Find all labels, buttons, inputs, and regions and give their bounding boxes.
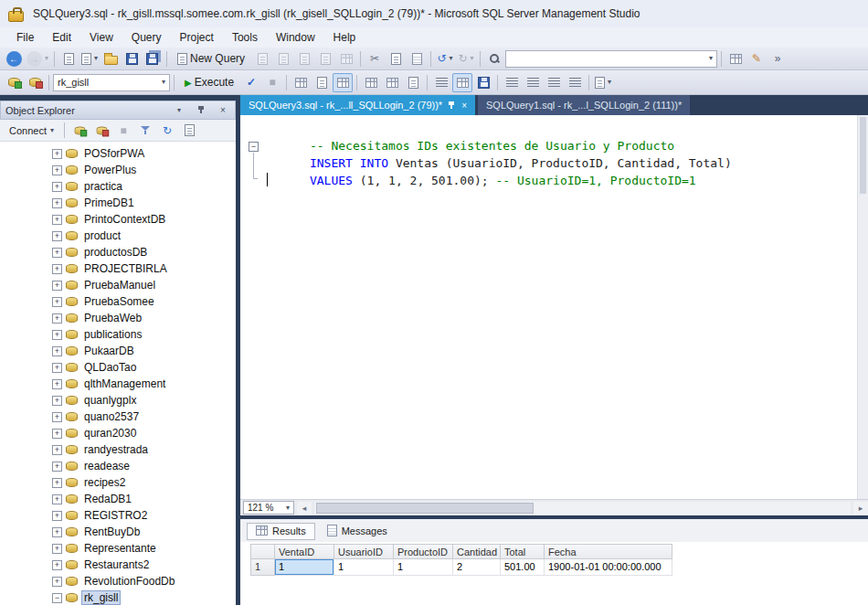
tree-item-database[interactable]: PruebaSomee — [0, 293, 236, 310]
undo-button[interactable]: ↺ ▾ — [435, 49, 455, 69]
tab-close-icon[interactable]: × — [461, 101, 467, 111]
tab-results[interactable]: Results — [247, 523, 315, 540]
oe-connect-server-button[interactable] — [69, 121, 90, 140]
tree-item-database[interactable]: publications — [0, 326, 236, 343]
expand-icon[interactable] — [52, 231, 62, 241]
expand-icon[interactable] — [52, 544, 62, 554]
expand-icon[interactable] — [52, 198, 62, 208]
paste-button[interactable] — [407, 49, 427, 69]
editor-vertical-scrollbar[interactable] — [857, 115, 868, 499]
expand-icon[interactable] — [52, 511, 62, 521]
tree-item-database[interactable]: productosDB — [0, 244, 236, 260]
expand-icon[interactable] — [52, 577, 62, 587]
menu-item-help[interactable]: Help — [324, 29, 365, 46]
save-button[interactable] — [122, 49, 142, 69]
query-options-button[interactable] — [312, 73, 332, 92]
new-query-button[interactable]: New Query — [171, 49, 251, 69]
window-position-button[interactable]: ▾ — [172, 103, 186, 117]
menu-item-file[interactable]: File — [7, 29, 43, 46]
scrollbar-thumb[interactable] — [316, 503, 534, 514]
client-statistics-button[interactable] — [403, 73, 423, 92]
tree-item-database[interactable]: readease — [0, 458, 236, 474]
grid-column-header[interactable]: UsuarioID — [334, 544, 394, 559]
tree-item-database[interactable]: RevolutionFoodDb — [0, 573, 236, 589]
grid-column-header[interactable]: VentaID — [275, 544, 334, 559]
tab-messages[interactable]: Messages — [319, 523, 396, 539]
change-connection-button[interactable] — [25, 73, 45, 92]
tree-item-database[interactable]: Restaurants2 — [0, 557, 236, 573]
tree-item-database[interactable]: RentBuyDb — [0, 524, 236, 540]
tree-item-database[interactable]: practica — [0, 178, 236, 195]
dmx-query-button[interactable] — [294, 49, 314, 69]
menu-item-query[interactable]: Query — [122, 29, 171, 46]
horizontal-scrollbar[interactable] — [314, 502, 851, 515]
tree-item-database[interactable]: PROJECTBIRLA — [0, 260, 236, 277]
tree-item-database[interactable]: qlthManagement — [0, 376, 236, 392]
expand-icon[interactable] — [52, 330, 62, 340]
tree-item-database[interactable]: REGISTRO2 — [0, 507, 236, 524]
grid-column-header[interactable]: ProductoID — [394, 544, 453, 559]
expand-icon[interactable] — [52, 165, 62, 175]
tree-item-database[interactable]: PrintoContextDB — [0, 211, 236, 228]
new-query-file-button[interactable] — [58, 49, 79, 69]
toolbar1-overflow-button[interactable]: » — [767, 49, 788, 69]
tab-sqlquery1[interactable]: SQLQuery1.sql - rk_...l_SQLLogin_2 (111)… — [478, 95, 690, 115]
menu-item-tools[interactable]: Tools — [223, 29, 267, 46]
redo-button[interactable]: ↻ ▾ — [456, 49, 476, 69]
execute-button[interactable]: ▶ Execute — [178, 73, 240, 92]
expand-icon[interactable] — [52, 412, 62, 422]
tree-item-database[interactable]: POSforPWA — [0, 145, 236, 162]
properties-window-button[interactable]: ✎ — [746, 49, 767, 69]
uncomment-button[interactable] — [523, 73, 543, 92]
expand-icon[interactable] — [52, 248, 62, 258]
tree-item-database[interactable]: recipes2 — [0, 474, 236, 491]
navigate-back-button[interactable]: ← — [4, 49, 24, 69]
grid-cell-usuarioid[interactable]: 1 — [334, 559, 394, 576]
available-databases-combobox[interactable]: rk_gisll ▾ — [53, 74, 170, 91]
auto-hide-button[interactable] — [194, 103, 208, 117]
tab-pin-icon[interactable] — [448, 101, 456, 111]
results-to-file-button[interactable] — [473, 73, 493, 92]
expand-icon[interactable] — [52, 478, 62, 488]
tree-item-database[interactable]: Representante — [0, 540, 236, 557]
include-actual-plan-button[interactable] — [361, 73, 381, 92]
grid-cell-cantidad[interactable]: 2 — [453, 559, 501, 576]
expand-icon[interactable] — [52, 264, 62, 274]
registered-servers-button[interactable] — [725, 49, 746, 69]
tree-item-database[interactable]: PukaarDB — [0, 343, 236, 359]
connect-dropdown-button[interactable]: Connect ▾ — [4, 124, 59, 137]
increase-indent-button[interactable] — [565, 73, 585, 92]
menu-item-edit[interactable]: Edit — [43, 29, 80, 46]
expand-icon[interactable] — [52, 379, 62, 389]
new-file-button[interactable]: ▾ — [79, 49, 100, 69]
tree-item-database[interactable]: PrimeDB1 — [0, 195, 236, 211]
sql-editor[interactable]: − -- Necesitamos IDs existentes de Usuar… — [240, 115, 868, 499]
tree-item-database[interactable]: PruebaManuel — [0, 277, 236, 293]
comment-out-button[interactable] — [502, 73, 522, 92]
tree-item-database[interactable]: RedaDB1 — [0, 491, 236, 507]
expand-icon[interactable] — [52, 445, 62, 455]
toolbar2-overflow-button[interactable]: ▾ — [593, 73, 613, 92]
tree-item-database[interactable]: product — [0, 228, 236, 244]
tree-item-database[interactable]: quran2030 — [0, 425, 236, 441]
menu-item-view[interactable]: View — [80, 29, 122, 46]
tree-item-database[interactable]: quanlygplx — [0, 392, 236, 409]
collapse-icon[interactable] — [52, 593, 62, 603]
expand-icon[interactable] — [52, 182, 62, 192]
grid-column-header[interactable]: Cantidad — [453, 544, 501, 559]
expand-icon[interactable] — [52, 363, 62, 373]
results-to-grid-button[interactable] — [452, 73, 472, 92]
grid-column-header[interactable]: Fecha — [545, 544, 672, 559]
expand-icon[interactable] — [52, 396, 62, 406]
expand-icon[interactable] — [52, 149, 62, 159]
oe-disconnect-button[interactable] — [91, 121, 111, 140]
close-panel-button[interactable]: × — [216, 103, 230, 117]
expand-icon[interactable] — [52, 429, 62, 439]
expand-icon[interactable] — [52, 281, 62, 291]
tree-item-database[interactable]: QLDaoTao — [0, 359, 236, 376]
activity-monitor-button[interactable] — [336, 49, 356, 69]
expand-icon[interactable] — [52, 297, 62, 307]
results-to-text-button[interactable] — [431, 73, 451, 92]
grid-cell-productoid[interactable]: 1 — [394, 559, 453, 576]
find-button[interactable] — [484, 49, 504, 69]
